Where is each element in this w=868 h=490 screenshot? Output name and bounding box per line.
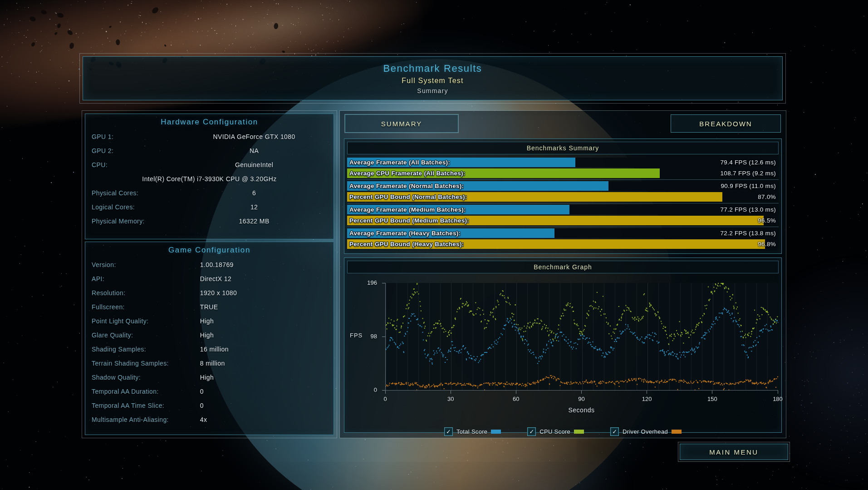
x-axis-title: Seconds <box>385 406 778 414</box>
x-tick-mark <box>581 391 582 394</box>
game-configuration-title: Game Configuration <box>85 246 333 255</box>
x-tick-label: 30 <box>441 396 460 402</box>
config-row: Glare Quality:High <box>85 328 333 342</box>
config-label: CPU: <box>92 161 181 168</box>
config-value: GenuineIntel <box>181 161 327 168</box>
x-tick-mark <box>516 391 516 394</box>
hardware-configuration-panel: Hardware Configuration GPU 1:NVIDIA GeFo… <box>85 114 334 239</box>
tab-breakdown[interactable]: BREAKDOWN <box>671 114 781 133</box>
legend-checkbox[interactable]: ✓ <box>610 427 619 436</box>
hardware-rows: GPU 1:NVIDIA GeForce GTX 1080GPU 2:NACPU… <box>85 129 333 228</box>
bar-label: Percent GPU Bound (Heavy Batches): <box>349 239 464 249</box>
config-label: Resolution: <box>92 289 200 297</box>
x-tick-label: 60 <box>507 396 525 402</box>
config-row: Version:1.00.18769 <box>85 257 333 272</box>
config-value: 12 <box>181 203 327 211</box>
config-row: CPU:GenuineIntel <box>85 158 333 172</box>
config-value: NVIDIA GeForce GTX 1080 <box>181 133 327 140</box>
legend-item: ✓Total Score <box>444 427 501 436</box>
scatter-plot <box>385 283 778 391</box>
legend-item: ✓CPU Score <box>527 427 584 436</box>
config-label: Point Light Quality: <box>92 317 200 325</box>
config-value: 1.00.18769 <box>200 261 327 268</box>
main-menu-label[interactable]: MAIN MENU <box>680 444 788 460</box>
config-label: Physical Cores: <box>92 189 181 197</box>
benchmark-bar-row: Average Framerate (Heavy Batches):72.2 F… <box>347 228 779 238</box>
config-label: GPU 2: <box>92 147 181 154</box>
bar-value: 72.2 FPS (13.8 ms) <box>721 228 776 238</box>
legend-label: CPU Score <box>539 428 570 435</box>
config-label: Physical Memory: <box>92 218 181 225</box>
config-value: Intel(R) Core(TM) i7-3930K CPU @ 3.20GHz <box>92 175 327 183</box>
bar-group: Average Framerate (Normal Batches):90.9 … <box>347 179 779 202</box>
benchmark-bar-row: Average Framerate (Medium Batches):77.2 … <box>347 205 779 214</box>
test-name: Full System Test <box>402 77 463 85</box>
y-tick-label: 0 <box>347 386 377 393</box>
main-menu-button[interactable]: MAIN MENU <box>678 442 790 462</box>
x-tick-mark <box>647 391 647 394</box>
bar-value: 108.7 FPS (9.2 ms) <box>721 168 776 178</box>
config-value: NA <box>181 147 327 154</box>
header-panel: Benchmark Results Full System Test Summa… <box>79 53 786 104</box>
config-row: Terrain Shading Samples:8 million <box>85 356 333 370</box>
config-row: GPU 2:NA <box>85 144 333 158</box>
config-label: API: <box>92 275 200 282</box>
results-column: SUMMARY BREAKDOWN Benchmarks Summary Ave… <box>339 110 786 438</box>
legend-checkbox[interactable]: ✓ <box>444 427 453 436</box>
benchmark-graph-panel: Benchmark Graph FPS 196980 0306090120150… <box>344 257 782 433</box>
config-value: 6 <box>181 189 327 197</box>
x-tick-label: 90 <box>573 396 591 402</box>
config-value: 16 million <box>200 346 327 353</box>
y-tick-label: 196 <box>347 279 377 286</box>
bar-label: Percent GPU Bound (Medium Batches): <box>349 216 469 225</box>
config-label: GPU 1: <box>92 133 181 140</box>
config-value: 16322 MB <box>181 218 327 225</box>
config-row: Resolution:1920 x 1080 <box>85 286 333 300</box>
legend-swatch <box>491 430 501 434</box>
config-value: High <box>200 374 327 381</box>
y-tick-mark <box>382 283 385 283</box>
x-tick-mark <box>778 391 778 394</box>
legend-swatch <box>672 430 682 434</box>
tabs-row: SUMMARY BREAKDOWN <box>344 114 782 133</box>
benchmark-bar-row: Percent GPU Bound (Normal Batches):87.0% <box>347 192 779 202</box>
legend-label: Driver Overhead <box>623 428 668 435</box>
benchmark-bar-row: Percent GPU Bound (Heavy Batches):96.8% <box>347 239 779 249</box>
benchmark-scatter-canvas <box>386 283 778 390</box>
bar-label: Average Framerate (Normal Batches): <box>349 181 464 191</box>
config-label: Fullscreen: <box>92 303 200 311</box>
benchmark-bar-row: Average CPU Framerate (All Batches):108.… <box>347 168 779 178</box>
legend-label: Total Score <box>456 428 487 435</box>
x-tick-mark <box>385 391 386 394</box>
config-value: 1920 x 1080 <box>200 289 327 297</box>
benchmark-bar-row: Percent GPU Bound (Medium Batches):96.5% <box>347 216 779 225</box>
config-label: Terrain Shading Samples: <box>92 360 200 367</box>
y-tick-mark <box>382 337 385 337</box>
config-label: Temporal AA Duration: <box>92 388 200 395</box>
bar-group: Average Framerate (Heavy Batches):72.2 F… <box>347 227 779 249</box>
config-value: 0 <box>200 388 327 395</box>
benchmark-graph-area: FPS 196980 0306090120150180 Seconds <box>347 277 779 426</box>
config-value: 4x <box>200 416 327 423</box>
config-label: Multisample Anti-Aliasing: <box>92 416 200 423</box>
bar-label: Percent GPU Bound (Normal Batches): <box>349 192 467 202</box>
benchmark-bar-row: Average Framerate (Normal Batches):90.9 … <box>347 181 779 191</box>
config-label: Glare Quality: <box>92 332 200 339</box>
config-row: Physical Cores:6 <box>85 186 333 200</box>
config-row: GPU 1:NVIDIA GeForce GTX 1080 <box>85 129 333 144</box>
benchmark-results-screen: Benchmark Results Full System Test Summa… <box>0 0 868 490</box>
config-label: Version: <box>92 261 200 268</box>
config-row: Temporal AA Time Slice:0 <box>85 398 333 412</box>
config-row: Fullscreen:TRUE <box>85 300 333 314</box>
config-row: Intel(R) Core(TM) i7-3930K CPU @ 3.20GHz <box>85 172 333 186</box>
config-value: High <box>200 317 327 325</box>
game-rows: Version:1.00.18769API:DirectX 12Resoluti… <box>85 257 333 426</box>
bar-value: 77.2 FPS (13.0 ms) <box>721 205 776 214</box>
bar-value: 79.4 FPS (12.6 ms) <box>721 158 776 167</box>
y-tick-label: 98 <box>347 333 377 340</box>
config-label: Shading Samples: <box>92 346 200 353</box>
tab-summary[interactable]: SUMMARY <box>345 114 458 133</box>
legend-checkbox[interactable]: ✓ <box>527 427 536 436</box>
x-tick-label: 120 <box>638 396 656 402</box>
x-tick-mark <box>451 391 451 394</box>
